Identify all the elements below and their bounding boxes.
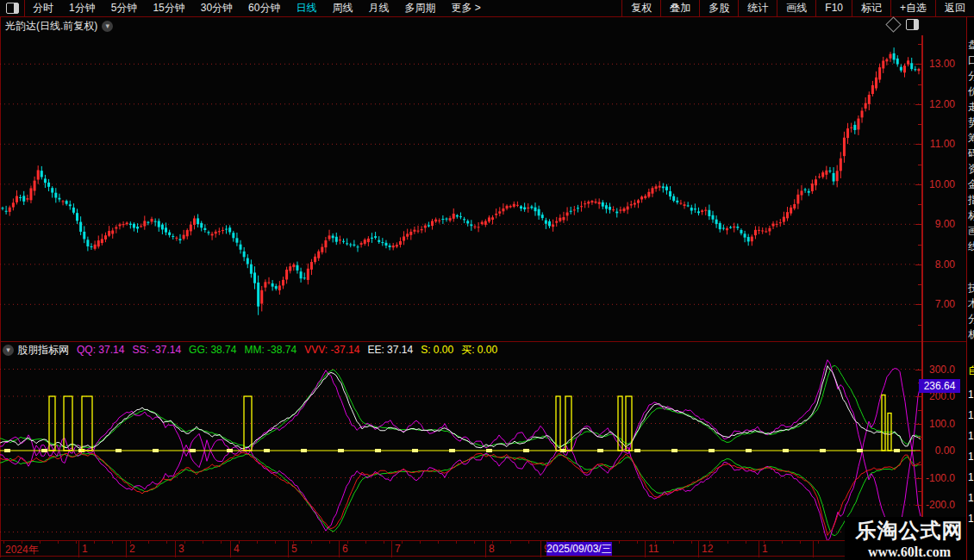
- period-tab-60分钟[interactable]: 60分钟: [240, 2, 288, 14]
- period-tab-更多 >[interactable]: 更多 >: [443, 2, 488, 14]
- axis-label: 300.0: [926, 364, 955, 376]
- tool-button-画线[interactable]: 画线: [777, 0, 815, 16]
- axis-label: -100.0: [926, 472, 955, 484]
- period-tab-5分钟[interactable]: 5分钟: [103, 2, 146, 14]
- axis-label: -200.0: [926, 499, 955, 511]
- right-sidebar-clipped[interactable]: 盘口分价走势筹码资金指标画线技术分析自1111111: [966, 17, 974, 560]
- axis-label: 12.00: [926, 98, 955, 110]
- right-sidebar-item[interactable]: 码: [968, 148, 974, 159]
- right-sidebar-item[interactable]: 资: [968, 164, 974, 174]
- date-tick: [311, 541, 312, 544]
- date-tick: [800, 541, 801, 544]
- axis-tick: [915, 184, 921, 185]
- month-label: 5: [291, 543, 297, 555]
- period-tab-1分钟[interactable]: 1分钟: [61, 2, 103, 14]
- date-tick: [510, 541, 511, 544]
- period-tab-30分钟[interactable]: 30分钟: [193, 2, 240, 14]
- indicator-panel-chart[interactable]: [0, 358, 921, 540]
- right-sidebar-item[interactable]: 指: [968, 195, 974, 205]
- tool-button-返回[interactable]: 返回: [935, 0, 974, 16]
- date-axis[interactable]: 2024年12345678911121: [0, 540, 966, 557]
- month-label: 6: [342, 543, 348, 555]
- period-tab-日线[interactable]: 日线: [288, 2, 324, 14]
- indicator-value-买: 买: 0.00: [461, 344, 497, 356]
- axis-label: 10.00: [926, 178, 955, 190]
- right-sidebar-item[interactable]: 线: [968, 241, 974, 252]
- axis-tick: [918, 124, 921, 125]
- diamond-icon[interactable]: [885, 16, 901, 32]
- tool-button-标记[interactable]: 标记: [852, 0, 890, 16]
- right-sidebar-item[interactable]: 技: [968, 283, 974, 293]
- tool-button-F10[interactable]: F10: [815, 0, 852, 16]
- month-label: 8: [489, 543, 495, 555]
- month-divider: [759, 541, 759, 557]
- date-tick: [637, 541, 638, 544]
- period-tab-分时[interactable]: 分时: [25, 2, 61, 14]
- chevron-down-icon[interactable]: ▾: [3, 345, 14, 356]
- right-sidebar-item[interactable]: 筹: [968, 133, 974, 143]
- axis-tick: [915, 451, 921, 451]
- date-tick: [528, 541, 529, 544]
- period-tab-周线[interactable]: 周线: [324, 2, 360, 14]
- right-sidebar-item[interactable]: 盘: [968, 40, 974, 50]
- tool-button-+自选[interactable]: +自选: [890, 0, 935, 16]
- right-sidebar-item[interactable]: 分: [968, 314, 974, 324]
- indicator-value-SS: SS: -37.14: [132, 344, 181, 356]
- date-tick: [94, 541, 95, 544]
- axis-tick: [918, 204, 921, 205]
- axis-label: 11.00: [926, 138, 955, 150]
- period-tab-多周期[interactable]: 多周期: [396, 2, 443, 14]
- right-sidebar-item[interactable]: 1: [968, 493, 974, 503]
- window-split-icon[interactable]: [906, 19, 919, 30]
- indicator-name[interactable]: 股朋指标网: [17, 343, 69, 358]
- right-sidebar-item[interactable]: 1: [968, 410, 974, 420]
- main-candlestick-chart[interactable]: [0, 35, 921, 342]
- axis-tick: [915, 424, 921, 425]
- latest-value-text: 236.64: [924, 380, 956, 392]
- trading-app-window: 分时1分钟5分钟15分钟30分钟60分钟日线周线月线多周期更多 > 复权叠加多股…: [0, 0, 974, 560]
- axis-label: 9.00: [926, 218, 955, 230]
- date-tick: [112, 541, 113, 544]
- right-sidebar-item[interactable]: 1: [968, 513, 974, 524]
- tool-button-叠加[interactable]: 叠加: [660, 0, 699, 16]
- chevron-down-icon[interactable]: ▾: [102, 21, 113, 32]
- layout-split-icon[interactable]: [6, 3, 19, 14]
- right-sidebar-item[interactable]: 势: [968, 117, 974, 128]
- period-tab-15分钟[interactable]: 15分钟: [145, 2, 192, 14]
- month-divider: [126, 541, 127, 557]
- watermark-url: www.60lt.com: [868, 544, 951, 560]
- right-sidebar-item[interactable]: 1: [968, 431, 974, 441]
- axis-tick: [918, 84, 921, 85]
- date-tick: [818, 541, 819, 544]
- right-sidebar-item[interactable]: 金: [968, 179, 974, 190]
- month-divider: [485, 541, 486, 557]
- right-sidebar-item[interactable]: 口: [968, 55, 974, 65]
- right-sidebar-item[interactable]: 1: [968, 451, 974, 462]
- date-tick: [257, 541, 258, 544]
- tool-button-多股[interactable]: 多股: [699, 0, 738, 16]
- axis-label: 100.0: [926, 418, 955, 430]
- right-sidebar-item[interactable]: 自: [968, 365, 974, 376]
- tool-button-统计[interactable]: 统计: [738, 0, 777, 16]
- right-sidebar-item[interactable]: 走: [968, 102, 974, 112]
- axis-tick: [918, 464, 921, 465]
- right-sidebar-item[interactable]: 画: [968, 226, 974, 236]
- right-sidebar-item[interactable]: 标: [968, 210, 974, 221]
- month-divider: [645, 541, 646, 557]
- right-sidebar-item[interactable]: 术: [968, 298, 974, 308]
- right-sidebar-item[interactable]: 分: [968, 71, 974, 81]
- right-sidebar-item[interactable]: 析: [968, 329, 974, 339]
- period-tab-月线[interactable]: 月线: [360, 2, 396, 14]
- month-divider: [78, 541, 79, 557]
- month-label: 1: [82, 543, 88, 555]
- date-tick: [365, 541, 366, 544]
- indicator-value-VVV: VVV: -37.14: [304, 344, 359, 356]
- axis-tick: [918, 325, 921, 326]
- date-cursor-badge: 2025/09/03/三: [546, 542, 612, 556]
- tool-button-复权[interactable]: 复权: [621, 0, 660, 16]
- right-sidebar-item[interactable]: 1: [968, 472, 974, 482]
- right-sidebar-item[interactable]: 价: [968, 86, 974, 96]
- page-title: 光韵达(日线.前复权): [5, 19, 97, 34]
- price-axis-line: [921, 35, 923, 540]
- right-sidebar-item[interactable]: 1: [968, 389, 974, 400]
